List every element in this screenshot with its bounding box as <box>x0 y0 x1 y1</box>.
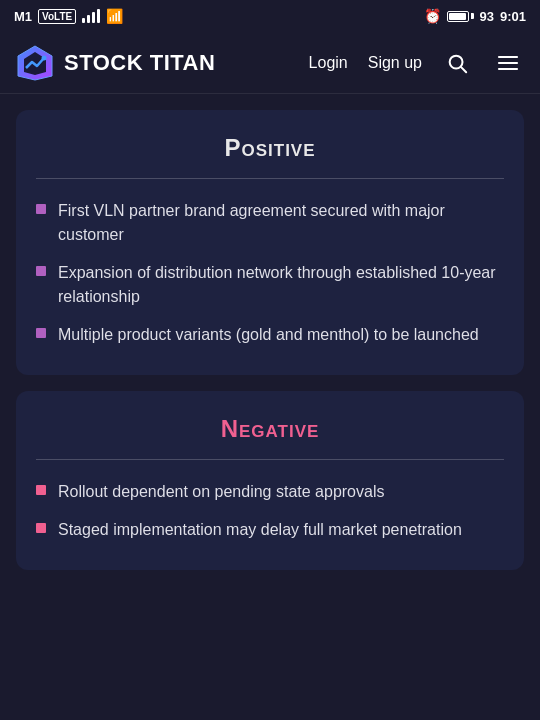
battery-icon <box>447 11 474 22</box>
nav-links: Login Sign up <box>309 47 524 79</box>
bullet-marker <box>36 485 46 495</box>
battery-percent: 93 <box>480 9 494 24</box>
negative-card: Negative Rollout dependent on pending st… <box>16 391 524 570</box>
list-item: Rollout dependent on pending state appro… <box>36 480 504 504</box>
positive-card: Positive First VLN partner brand agreeme… <box>16 110 524 375</box>
bullet-marker <box>36 328 46 338</box>
positive-bullet-list: First VLN partner brand agreement secure… <box>36 199 504 347</box>
svg-point-2 <box>42 55 47 60</box>
logo-text: STOCK TITAN <box>64 50 215 76</box>
menu-button[interactable] <box>492 47 524 79</box>
alarm-icon: ⏰ <box>424 8 441 24</box>
status-bar: M1 VoLTE 📶 ⏰ 93 9:01 <box>0 0 540 32</box>
bullet-text: Multiple product variants (gold and ment… <box>58 323 479 347</box>
clock-time: 9:01 <box>500 9 526 24</box>
status-right: ⏰ 93 9:01 <box>424 8 527 24</box>
bullet-marker <box>36 266 46 276</box>
svg-line-4 <box>461 67 466 72</box>
negative-bullet-list: Rollout dependent on pending state appro… <box>36 480 504 542</box>
bullet-text: First VLN partner brand agreement secure… <box>58 199 504 247</box>
login-link[interactable]: Login <box>309 54 348 72</box>
signal-icon <box>82 9 100 23</box>
negative-divider <box>36 459 504 460</box>
bullet-marker <box>36 204 46 214</box>
list-item: Staged implementation may delay full mar… <box>36 518 504 542</box>
main-content: Positive First VLN partner brand agreeme… <box>0 110 540 606</box>
positive-divider <box>36 178 504 179</box>
list-item: Expansion of distribution network throug… <box>36 261 504 309</box>
bullet-text: Rollout dependent on pending state appro… <box>58 480 384 504</box>
positive-title: Positive <box>36 134 504 162</box>
bullet-text: Expansion of distribution network throug… <box>58 261 504 309</box>
negative-title: Negative <box>36 415 504 443</box>
search-icon <box>446 52 468 74</box>
list-item: First VLN partner brand agreement secure… <box>36 199 504 247</box>
wifi-icon: 📶 <box>106 8 123 24</box>
search-button[interactable] <box>442 48 472 78</box>
carrier-name: M1 <box>14 9 32 24</box>
bullet-text: Staged implementation may delay full mar… <box>58 518 462 542</box>
signup-link[interactable]: Sign up <box>368 54 422 72</box>
navbar: STOCK TITAN Login Sign up <box>0 32 540 94</box>
volte-badge: VoLTE <box>38 9 76 24</box>
list-item: Multiple product variants (gold and ment… <box>36 323 504 347</box>
logo-container: STOCK TITAN <box>16 44 309 82</box>
bullet-marker <box>36 523 46 533</box>
status-left: M1 VoLTE 📶 <box>14 8 123 24</box>
logo-icon <box>16 44 54 82</box>
menu-icon <box>496 51 520 75</box>
